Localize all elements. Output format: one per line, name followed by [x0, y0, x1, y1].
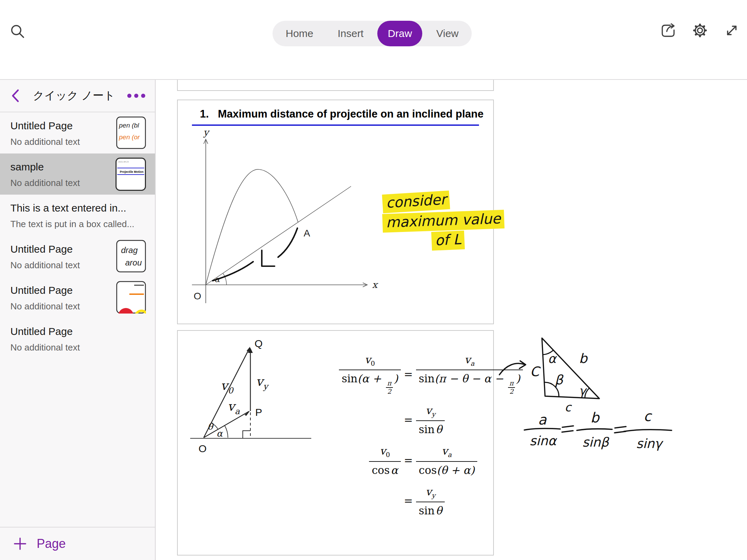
diagram-theta-label: θ — [208, 421, 214, 432]
triangle-side-bottom-label: c — [565, 400, 572, 414]
diagram-q-label: Q — [255, 338, 262, 349]
page-thumbnail: 2021.08.23 Projectile Motion — [116, 158, 146, 191]
page-list-item-selected[interactable]: sample No additional text 2021.08.23 Pro… — [0, 153, 155, 195]
diagram-va-sub: a — [235, 407, 240, 416]
graph-L-glyph — [262, 250, 275, 266]
page-list-item[interactable]: This is a text entered in... The text is… — [0, 195, 155, 236]
ink-annotation-line[interactable]: of L — [431, 231, 465, 251]
figure1-title: 1. Maximum distance of projectile on an … — [200, 108, 483, 120]
sine-rule-num1: a — [538, 412, 547, 428]
thumb-doc-title: Projectile Motion — [120, 170, 144, 174]
figure1-title-underline — [192, 124, 479, 126]
note-box-partial[interactable] — [177, 80, 494, 91]
sine-rule-den2: sinβ — [582, 435, 610, 450]
sine-rule-den1: sinα — [529, 433, 557, 448]
sine-rule-num2: b — [590, 410, 600, 426]
draw-toolbar: T Text Mode Lasso Select Insert Space — [0, 54, 747, 80]
equals-sign: = — [401, 495, 416, 507]
page-list-sidebar: クイック ノート Untitled Page No additional tex… — [0, 80, 156, 560]
tab-insert[interactable]: Insert — [327, 21, 374, 46]
sine-rule-den3: sinγ — [636, 436, 664, 451]
diagram-alpha-label: α — [216, 428, 223, 439]
page-thumbnail: drag arou — [116, 240, 146, 272]
graph-origin-label: O — [194, 291, 201, 301]
figure1-heading: Maximum distance of projectile on an inc… — [218, 108, 483, 120]
page-title: Untitled Page — [10, 326, 148, 337]
thumb-ink-text: pen (or — [119, 133, 140, 141]
graph-y-label: y — [203, 129, 210, 138]
triangle-beta-label: β — [555, 372, 564, 388]
handwritten-sine-rule[interactable]: α β γ C b c a sinα b sinβ c sinγ — [494, 328, 694, 473]
page-list-item[interactable]: Untitled Page No additional text — [0, 277, 155, 318]
thumb-date: 2021.08.23 — [118, 161, 129, 163]
projectile-graph[interactable]: y x O A α — [187, 129, 384, 312]
sidebar-header: クイック ノート — [0, 80, 155, 112]
page-list-item[interactable]: Untitled Page No additional text drag ar… — [0, 236, 155, 277]
page-title: This is a text entered in... — [10, 202, 148, 214]
thumb-ink-text: arou — [125, 258, 142, 267]
notebook-section-title: クイック ノート — [21, 88, 127, 103]
settings-gear-icon[interactable] — [692, 22, 708, 39]
tab-draw[interactable]: Draw — [377, 21, 422, 46]
page-list-item[interactable]: Untitled Page No additional text — [0, 318, 155, 359]
page-list-item[interactable]: Untitled Page No additional text pen (bl… — [0, 112, 155, 153]
annotation-text: of L — [431, 231, 465, 251]
ribbon-tabbar: Home Insert Draw View — [273, 21, 472, 46]
graph-x-label: x — [372, 279, 378, 290]
diagram-vy-sub: y — [263, 382, 269, 391]
equals-sign: = — [401, 454, 416, 467]
diagram-o-label: O — [199, 443, 206, 454]
page-thumbnail: pen (bl pen (or — [116, 116, 146, 149]
triangle-alpha-label: α — [548, 352, 557, 366]
page-subtitle: The text is put in a box called... — [10, 219, 148, 230]
top-nav-bar: Home Insert Draw View — [0, 0, 747, 54]
share-icon[interactable] — [660, 22, 676, 39]
graph-point-a-label: A — [304, 228, 310, 239]
diagram-v0-sub: 0 — [228, 386, 234, 395]
back-chevron-icon[interactable] — [10, 88, 21, 103]
add-page-label: Page — [37, 536, 66, 551]
sine-rule-num3: c — [644, 408, 652, 424]
triangle-side-right-label: b — [579, 351, 588, 366]
equals-sign: = — [401, 368, 416, 381]
tab-home[interactable]: Home — [275, 21, 324, 46]
tab-view[interactable]: View — [426, 21, 469, 46]
velocity-vector-diagram[interactable]: Q P O v 0 v y v a θ α — [187, 332, 350, 487]
figure1-number: 1. — [200, 108, 218, 120]
search-icon[interactable] — [9, 23, 27, 41]
add-page-button[interactable]: Page — [0, 527, 155, 560]
diagram-p-label: P — [255, 407, 262, 418]
equals-sign: = — [401, 414, 416, 426]
expand-icon[interactable] — [723, 22, 740, 39]
triangle-side-left-label: C — [530, 364, 541, 379]
more-options-icon[interactable] — [127, 92, 146, 99]
plus-icon — [13, 537, 27, 551]
thumb-ink-text: drag — [121, 245, 138, 255]
page-thumbnail — [116, 281, 146, 314]
onenote-window: Home Insert Draw View — [0, 0, 747, 560]
note-canvas: 1. Maximum distance of projectile on an … — [156, 80, 747, 560]
triangle-gamma-label: γ — [579, 384, 587, 398]
topnav-right-icons — [660, 22, 740, 39]
thumb-ink-text: pen (bl — [119, 122, 139, 129]
page-subtitle: No additional text — [10, 342, 148, 353]
